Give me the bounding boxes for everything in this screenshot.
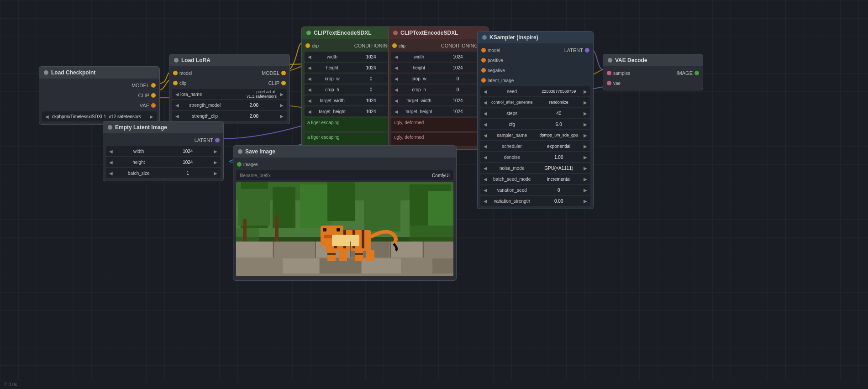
ll-lora-arrow-right[interactable]: ▶ (279, 92, 285, 97)
cn-height-left[interactable]: ◀ (393, 65, 400, 70)
cn-height-widget[interactable]: ◀ height 1024 ▶ (391, 63, 485, 73)
ll-lora-arrow-left[interactable]: ◀ (174, 92, 180, 97)
lc-ckpt-widget[interactable]: ◀ ckpbpmxTimelessxlSDXL1_v12.safetensors… (42, 111, 157, 121)
ks-sched-left[interactable]: ◀ (482, 144, 489, 149)
ks-seed-right[interactable]: ▶ (582, 89, 589, 94)
ks-model-label: model (488, 48, 500, 53)
cp-height-widget[interactable]: ◀ height 1024 ▶ (305, 63, 399, 73)
cp-cropw-widget[interactable]: ◀ crop_w 0 ▶ (305, 74, 399, 84)
svg-rect-13 (274, 242, 315, 258)
ks-denoise-right[interactable]: ▶ (582, 155, 589, 160)
svg-rect-17 (423, 242, 453, 258)
cp-text1[interactable]: a tiger escaping (305, 118, 399, 131)
ks-sampler-right[interactable]: ▶ (582, 133, 589, 138)
ks-vseed-widget[interactable]: ◀ variation_seed 0 ▶ (480, 185, 590, 195)
cp-croph-left[interactable]: ◀ (306, 87, 313, 92)
cn-text1[interactable]: ugly, deformed (391, 118, 485, 131)
vd-vae-label: vae (613, 81, 621, 86)
cp-tw-widget[interactable]: ◀ target_width 1024 ▶ (305, 95, 399, 105)
ks-seed-widget[interactable]: ◀ seed 225838770560759 ▶ (480, 86, 590, 96)
cn-cropw-left[interactable]: ◀ (393, 76, 400, 81)
ll-sm-arrow-right[interactable]: ▶ (279, 103, 285, 108)
ks-steps-left[interactable]: ◀ (482, 111, 489, 116)
el-height-widget[interactable]: ◀ height 1024 ▶ (106, 157, 221, 167)
cn-cropw-widget[interactable]: ◀ crop_w 0 ▶ (391, 74, 485, 84)
cn-tw-widget[interactable]: ◀ target_width 1024 ▶ (391, 95, 485, 105)
cp-width-left[interactable]: ◀ (306, 54, 313, 59)
ks-bsm-left[interactable]: ◀ (482, 177, 489, 182)
ks-vseed-left[interactable]: ◀ (482, 188, 489, 193)
ks-cfg-left[interactable]: ◀ (482, 122, 489, 127)
cn-width-left[interactable]: ◀ (393, 54, 400, 59)
lc-clip-label: CLIP (138, 93, 149, 98)
ks-bsm-widget[interactable]: ◀ batch_seed_mode incremental ▶ (480, 174, 590, 184)
ks-nm-right[interactable]: ▶ (582, 166, 589, 171)
cp-th-widget[interactable]: ◀ target_height 1024 ▶ (305, 106, 399, 116)
ks-cfg-widget[interactable]: ◀ cfg 6.0 ▶ (480, 119, 590, 129)
ks-steps-widget[interactable]: ◀ steps 40 ▶ (480, 108, 590, 118)
ks-scheduler-widget[interactable]: ◀ scheduler exponential ▶ (480, 141, 590, 151)
ll-sc-arrow-left[interactable]: ◀ (174, 114, 180, 119)
el-width-right[interactable]: ▶ (212, 149, 219, 154)
cn-th-left[interactable]: ◀ (393, 109, 400, 114)
cp-th-left[interactable]: ◀ (306, 109, 313, 114)
ks-seed-value: 225838770560759 (536, 89, 583, 94)
lc-clip-socket (151, 93, 156, 98)
lc-ckpt-arrow-right[interactable]: ▶ (148, 114, 155, 119)
ks-seed-label: seed (489, 89, 536, 94)
ks-cfg-right[interactable]: ▶ (582, 122, 589, 127)
el-batch-right[interactable]: ▶ (212, 171, 219, 176)
ks-vstrength-widget[interactable]: ◀ variation_strength 0.00 ▶ (480, 196, 590, 206)
ks-steps-right[interactable]: ▶ (582, 111, 589, 116)
clip-pos-dot (306, 31, 311, 35)
load-lora-title: Load LoRA (181, 57, 210, 63)
ks-vs-left[interactable]: ◀ (482, 199, 489, 204)
cp-height-left[interactable]: ◀ (306, 65, 313, 70)
cn-th-widget[interactable]: ◀ target_height 1024 ▶ (391, 106, 485, 116)
ks-cag-widget[interactable]: ◀ control_after_generate randomize ▶ (480, 97, 590, 107)
ks-cag-left[interactable]: ◀ (482, 100, 489, 105)
ks-noise-mode-widget[interactable]: ◀ noise_mode GPU(=A1111) ▶ (480, 163, 590, 173)
ks-sampler-left[interactable]: ◀ (482, 133, 489, 138)
si-filename-widget[interactable]: filename_prefix ComfyUI (236, 170, 453, 180)
ll-strength-clip-widget[interactable]: ◀ strength_clip 2.00 ▶ (172, 111, 287, 121)
ks-denoise-widget[interactable]: ◀ denoise 1.00 ▶ (480, 152, 590, 162)
cp-tw-left[interactable]: ◀ (306, 98, 313, 103)
ks-cfg-label: cfg (489, 122, 536, 127)
el-width-left[interactable]: ◀ (108, 149, 114, 154)
el-batch-left[interactable]: ◀ (108, 171, 114, 176)
ll-lora-name-widget[interactable]: ◀ lora_name pixel-art-xl-v1.1.safetensor… (172, 89, 287, 99)
el-width-widget[interactable]: ◀ width 1024 ▶ (106, 146, 221, 156)
ks-seed-left[interactable]: ◀ (482, 89, 489, 94)
cn-croph-widget[interactable]: ◀ crop_h 0 ▶ (391, 84, 485, 95)
ks-nm-left[interactable]: ◀ (482, 166, 489, 171)
ks-vseed-right[interactable]: ▶ (582, 188, 589, 193)
ll-strength-model-widget[interactable]: ◀ strength_model 2.00 ▶ (172, 100, 287, 110)
ks-denoise-left[interactable]: ◀ (482, 155, 489, 160)
clip-pos-header: CLIPTextEncodeSDXL (302, 27, 401, 39)
ll-sc-arrow-right[interactable]: ▶ (279, 114, 285, 119)
ll-lora-name-label: lora_name (180, 92, 228, 97)
el-batch-widget[interactable]: ◀ batch_size 1 ▶ (106, 168, 221, 178)
ks-vs-right[interactable]: ▶ (582, 199, 589, 204)
cp-width-widget[interactable]: ◀ width 1024 ▶ (305, 52, 399, 62)
ks-positive-label: positive (488, 58, 503, 63)
ks-sched-right[interactable]: ▶ (582, 144, 589, 149)
lc-ckpt-arrow-left[interactable]: ◀ (44, 114, 50, 119)
ks-bsm-right[interactable]: ▶ (582, 177, 589, 182)
cp-croph-widget[interactable]: ◀ crop_h 0 ▶ (305, 84, 399, 95)
load-checkpoint-dot (44, 70, 48, 75)
ks-negative-io: negative (478, 65, 593, 75)
cn-width-widget[interactable]: ◀ width 1024 ▶ (391, 52, 485, 62)
cp-cropw-left[interactable]: ◀ (306, 76, 313, 81)
ks-sampler-widget[interactable]: ◀ sampler_name dpmpp_3m_sde_gpu ▶ (480, 130, 590, 140)
ll-sm-arrow-left[interactable]: ◀ (174, 103, 180, 108)
cn-croph-left[interactable]: ◀ (393, 87, 400, 92)
el-height-right[interactable]: ▶ (212, 160, 219, 165)
cn-text2[interactable]: ugly, deformed (391, 133, 485, 146)
svg-rect-34 (327, 250, 336, 261)
ks-cag-right[interactable]: ▶ (582, 100, 589, 105)
el-height-left[interactable]: ◀ (108, 160, 114, 165)
cp-text2[interactable]: a tiger escaping (305, 133, 399, 146)
cn-tw-left[interactable]: ◀ (393, 98, 400, 103)
